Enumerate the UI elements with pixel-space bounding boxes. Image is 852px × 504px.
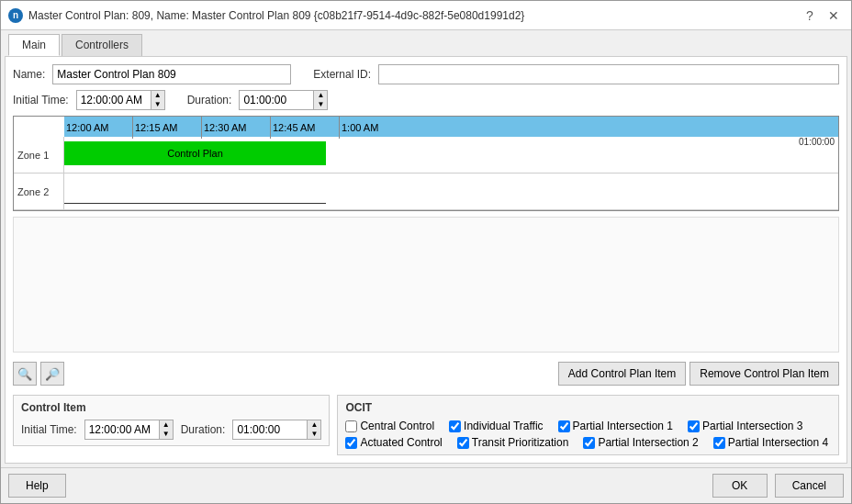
main-content: Name: External ID: Initial Time: ▲ ▼ Dur… [5,56,847,464]
title-bar-left: n Master Control Plan: 809, Name: Master… [8,8,524,23]
control-item-section: Control Item Initial Time: ▲ ▼ Duration: [13,395,330,446]
ocit-partial-intersection-3-label: Partial Intersection 3 [702,420,802,432]
initial-time-spinner: ▲ ▼ [76,90,165,110]
duration-spinner-btns: ▲ ▼ [313,91,327,109]
external-id-label: External ID: [313,68,371,81]
ci-initial-time-down[interactable]: ▼ [160,430,173,439]
initial-time-down[interactable]: ▼ [151,100,164,109]
bottom-right: OK Cancel [712,474,844,498]
ci-duration-input[interactable] [233,421,307,438]
ocit-partial-intersection-4-checkbox[interactable] [713,437,725,449]
ocit-partial-intersection-1-label: Partial Intersection 1 [573,420,673,432]
ocit-partial-intersection-4-label: Partial Intersection 4 [728,436,828,449]
zone-2-label: Zone 2 [14,174,64,209]
zone-2-line [64,203,326,204]
name-input[interactable] [52,64,291,84]
ci-initial-time-spinner: ▲ ▼ [84,420,174,440]
ocit-actuated-control[interactable]: Actuated Control [345,436,442,449]
ocit-partial-intersection-1[interactable]: Partial Intersection 1 [558,420,673,432]
control-item-title: Control Item [21,401,321,414]
toolbar-row: 🔍 🔎 Add Control Plan Item Remove Control… [13,358,839,389]
ok-button[interactable]: OK [712,474,768,498]
tab-bar: Main Controllers [1,30,851,56]
external-id-input[interactable] [378,64,839,84]
initial-time-input[interactable] [77,92,151,108]
control-plan-bar[interactable]: Control Plan [64,141,326,165]
ocit-row-2: Actuated Control Transit Prioritization … [345,436,831,449]
ci-initial-time-label: Initial Time: [21,423,77,436]
ocit-partial-intersection-4[interactable]: Partial Intersection 4 [713,436,828,449]
ocit-central-control-label: Central Control [360,420,434,432]
initial-time-spinner-btns: ▲ ▼ [151,91,164,109]
tick-4: 1:00 AM [340,117,409,139]
ocit-partial-intersection-3-checkbox[interactable] [688,420,700,432]
ocit-individual-traffic-checkbox[interactable] [449,420,461,432]
toolbar-right: Add Control Plan Item Remove Control Pla… [558,362,839,386]
duration-spinner: ▲ ▼ [239,90,328,110]
title-buttons: ? ✕ [800,6,844,26]
ocit-partial-intersection-2-label: Partial Intersection 2 [598,436,698,449]
ocit-transit-prioritization-checkbox[interactable] [457,437,469,449]
help-button[interactable]: Help [8,474,66,498]
zone-2-row: Zone 2 [14,174,838,210]
bar-time-marker: 01:00:00 [799,137,835,147]
remove-control-plan-item-button[interactable]: Remove Control Plan Item [689,362,839,386]
duration-input[interactable] [240,92,313,108]
ocit-partial-intersection-1-checkbox[interactable] [558,420,570,432]
ci-initial-time-up[interactable]: ▲ [160,420,173,430]
zone-1-content: 01:00:00 Control Plan [64,137,838,173]
ci-initial-time-input[interactable] [85,421,159,438]
tab-controllers[interactable]: Controllers [62,34,142,56]
add-control-plan-item-button[interactable]: Add Control Plan Item [558,362,686,386]
timeline: 12:00 AM 12:15 AM 12:30 AM 12:45 AM 1:00… [13,116,839,211]
search2-icon: 🔎 [45,367,60,381]
zone-1-label: Zone 1 [14,137,64,173]
duration-down[interactable]: ▼ [314,100,327,109]
tab-main[interactable]: Main [8,34,60,56]
time-row: Initial Time: ▲ ▼ Duration: ▲ ▼ [13,90,839,110]
bottom-left: Help [8,474,66,498]
ocit-row-1: Central Control Individual Traffic Parti… [345,420,831,432]
search-icon: 🔍 [17,367,32,381]
ocit-partial-intersection-3[interactable]: Partial Intersection 3 [688,420,802,432]
ci-duration-down[interactable]: ▼ [308,430,320,439]
ocit-transit-prioritization[interactable]: Transit Prioritization [457,436,569,449]
ci-initial-time-spinner-btns: ▲ ▼ [159,420,173,439]
window-title: Master Control Plan: 809, Name: Master C… [28,9,524,22]
ocit-actuated-control-checkbox[interactable] [345,437,357,449]
close-window-button[interactable]: ✕ [824,6,844,26]
name-label: Name: [13,68,45,81]
toolbar-left: 🔍 🔎 [13,362,64,386]
ocit-section: OCIT Central Control Individual Traffic [337,395,839,455]
tick-3: 12:45 AM [271,117,340,139]
title-bar: n Master Control Plan: 809, Name: Master… [1,1,851,30]
timeline-header: 12:00 AM 12:15 AM 12:30 AM 12:45 AM 1:00… [64,117,838,137]
ci-duration-up[interactable]: ▲ [308,420,320,430]
zone-2-content [64,174,838,209]
tick-0: 12:00 AM [64,117,133,139]
ci-duration-spinner-btns: ▲ ▼ [307,420,320,439]
bottom-bar: Help OK Cancel [1,467,851,503]
schedule-area [13,217,839,353]
ocit-individual-traffic[interactable]: Individual Traffic [449,420,544,432]
ocit-individual-traffic-label: Individual Traffic [464,420,544,432]
tick-1: 12:15 AM [133,117,202,139]
duration-up[interactable]: ▲ [314,91,327,100]
search2-button[interactable]: 🔎 [40,362,64,386]
cancel-button[interactable]: Cancel [775,474,844,498]
initial-time-up[interactable]: ▲ [151,91,164,100]
ci-duration-spinner: ▲ ▼ [232,420,321,440]
app-icon: n [8,8,23,23]
tick-2: 12:30 AM [202,117,271,139]
ocit-partial-intersection-2[interactable]: Partial Intersection 2 [583,436,698,449]
ocit-central-control[interactable]: Central Control [345,420,434,432]
bottom-section: Control Item Initial Time: ▲ ▼ Duration: [13,395,839,455]
search-button[interactable]: 🔍 [13,362,37,386]
ocit-partial-intersection-2-checkbox[interactable] [583,437,595,449]
ci-duration-label: Duration: [181,423,226,436]
help-title-button[interactable]: ? [800,6,820,26]
duration-label: Duration: [187,94,232,106]
ocit-actuated-control-label: Actuated Control [360,436,442,449]
ocit-checkboxes: Central Control Individual Traffic Parti… [345,420,831,449]
ocit-central-control-checkbox[interactable] [345,420,357,432]
